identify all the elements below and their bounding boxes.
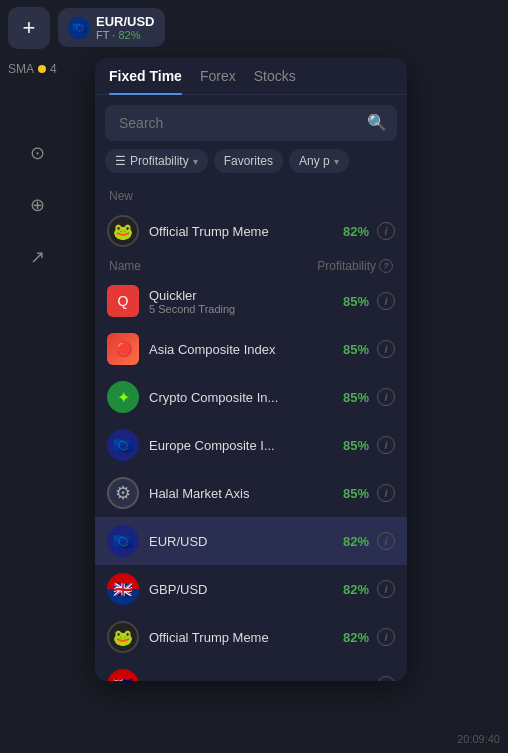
asset-chip-info: EUR/USD FT · 82% [96,14,155,41]
info-icon[interactable]: i [377,484,395,502]
sma-text: SMA [8,62,34,76]
asset-info: Halal Market Axis [149,486,343,501]
col-headers: Name Profitability ? [95,255,407,277]
panel-tabs: Fixed Time Forex Stocks [95,58,407,95]
asset-pct: 82% [118,29,140,41]
chevron-down-icon-2: ▾ [334,156,339,167]
sma-label: SMA 4 [8,62,57,76]
asset-row-pct: 85% [343,438,369,453]
asset-type: FT [96,29,109,41]
tab-fixed-time[interactable]: Fixed Time [109,68,182,94]
asset-row-sub: 5 Second Trading [149,303,343,315]
tab-stocks[interactable]: Stocks [254,68,296,94]
asset-info: Asia Composite Index [149,342,343,357]
asset-icon-trump-2: 🐸 [107,621,139,653]
info-icon[interactable]: i [377,676,395,681]
asset-info: Crypto Composite In... [149,390,343,405]
asset-chip[interactable]: 🇪🇺 EUR/USD FT · 82% [58,8,165,47]
filter-icon: ☰ [115,154,126,168]
list-item[interactable]: 🇬🇧 GBP/USD 82% i [95,565,407,613]
chevron-down-icon: ▾ [193,156,198,167]
asset-row-pct: 85% [343,342,369,357]
asset-row-name: EUR/USD [149,534,343,549]
info-icon[interactable]: i [377,580,395,598]
eur-flag-icon: 🇪🇺 [68,17,90,39]
asset-icon-audcad: 🇦🇺 [107,669,139,681]
list-item[interactable]: ⚙ Halal Market Axis 85% i [95,469,407,517]
list-item[interactable]: 🐸 Official Trump Meme 82% i [95,207,407,255]
instrument-panel: Fixed Time Forex Stocks 🔍 ☰ Profitabilit… [95,58,407,681]
asset-row-pct: 82% [343,630,369,645]
asset-row-name: Halal Market Axis [149,486,343,501]
info-icon[interactable]: i [377,628,395,646]
info-icon[interactable]: i [377,222,395,240]
sma-value: 4 [50,62,57,76]
profitability-filter[interactable]: ☰ Profitability ▾ [105,149,208,173]
any-period-filter[interactable]: Any p ▾ [289,149,349,173]
info-icon[interactable]: i [377,340,395,358]
asset-info: Official Trump Meme [149,224,343,239]
asset-icon-eurusd: 🇪🇺 [107,525,139,557]
asset-chip-type-pct: FT · 82% [96,29,155,41]
asset-info: Quickler 5 Second Trading [149,288,343,315]
asset-icon-quickler: Q [107,285,139,317]
asset-info: Official Trump Meme [149,630,343,645]
asset-row-pct: 82% [343,224,369,239]
info-icon[interactable]: i [377,292,395,310]
asset-row-pct: 80% [343,678,369,682]
list-item[interactable]: Q Quickler 5 Second Trading 85% i [95,277,407,325]
list-item[interactable]: 🔴 Asia Composite Index 85% i [95,325,407,373]
filter-bar: ☰ Profitability ▾ Favorites Any p ▾ [95,149,407,181]
top-bar: + 🇪🇺 EUR/USD FT · 82% [0,0,508,55]
radio-icon[interactable]: ⊙ [20,135,56,171]
asset-icon-halal: ⚙ [107,477,139,509]
asset-list: New 🐸 Official Trump Meme 82% i Name Pro… [95,181,407,681]
asset-info: AUD/CAD [149,678,343,682]
sma-dot-icon [38,65,46,73]
asset-row-pct: 85% [343,390,369,405]
search-input[interactable] [105,105,397,141]
asset-info: EUR/USD [149,534,343,549]
asset-row-name: Official Trump Meme [149,630,343,645]
add-button[interactable]: + [8,7,50,49]
tab-forex[interactable]: Forex [200,68,236,94]
cursor-icon[interactable]: ↗ [20,239,56,275]
asset-info: GBP/USD [149,582,343,597]
asset-row-pct: 82% [343,582,369,597]
list-item[interactable]: 🇪🇺 EUR/USD 82% i [95,517,407,565]
asset-icon-gbpusd: 🇬🇧 [107,573,139,605]
asset-row-name: Official Trump Meme [149,224,343,239]
asset-icon-europe: 🇪🇺 [107,429,139,461]
asset-icon-asia: 🔴 [107,333,139,365]
col-name-label: Name [109,259,141,273]
asset-row-name: Asia Composite Index [149,342,343,357]
list-item[interactable]: ✦ Crypto Composite In... 85% i [95,373,407,421]
crosshair-icon[interactable]: ⊕ [20,187,56,223]
asset-row-name: Crypto Composite In... [149,390,343,405]
list-item[interactable]: 🐸 Official Trump Meme 82% i [95,613,407,661]
asset-row-pct: 85% [343,486,369,501]
info-icon[interactable]: i [377,388,395,406]
asset-icon-crypto: ✦ [107,381,139,413]
info-icon[interactable]: i [377,436,395,454]
asset-row-name: AUD/CAD [149,678,343,682]
asset-chip-name: EUR/USD [96,14,155,29]
help-icon: ? [379,259,393,273]
col-pct-label: Profitability ? [317,259,393,273]
search-wrap: 🔍 [95,95,407,149]
left-toolbar: ⊙ ⊕ ↗ [0,55,75,753]
asset-row-pct: 85% [343,294,369,309]
time-label: 20:09:40 [457,733,500,745]
favorites-filter[interactable]: Favorites [214,149,283,173]
section-new-label: New [95,181,407,207]
asset-row-name: Europe Composite I... [149,438,343,453]
asset-icon-trump-new: 🐸 [107,215,139,247]
asset-row-name: Quickler [149,288,343,303]
list-item[interactable]: 🇦🇺 AUD/CAD 80% i [95,661,407,681]
asset-row-pct: 82% [343,534,369,549]
list-item[interactable]: 🇪🇺 Europe Composite I... 85% i [95,421,407,469]
search-icon: 🔍 [367,113,387,132]
asset-row-name: GBP/USD [149,582,343,597]
info-icon[interactable]: i [377,532,395,550]
asset-info: Europe Composite I... [149,438,343,453]
